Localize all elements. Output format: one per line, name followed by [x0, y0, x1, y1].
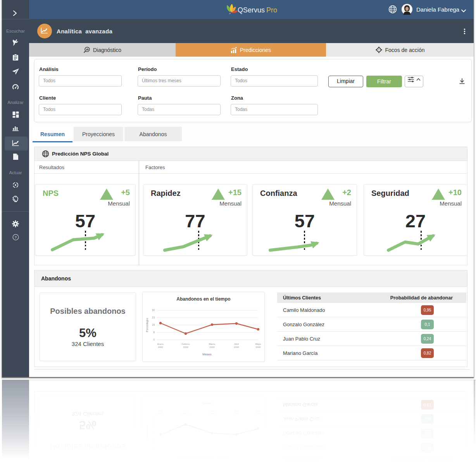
svg-text:Pro: Pro	[266, 6, 277, 14]
svg-text:2020: 2020	[158, 410, 163, 412]
svg-text:2020: 2020	[183, 346, 188, 348]
svg-text:2020: 2020	[255, 410, 261, 412]
svg-text:30: 30	[152, 309, 155, 311]
svg-text:Marzo: Marzo	[209, 343, 216, 345]
svg-text:0: 0	[153, 417, 155, 420]
svg-text:23: 23	[152, 439, 155, 442]
svg-text:Mayo: Mayo	[255, 413, 261, 415]
svg-text:2020: 2020	[183, 410, 188, 412]
svg-text:8: 8	[153, 424, 155, 427]
svg-text:QServus: QServus	[238, 6, 265, 14]
svg-text:Abril: Abril	[234, 343, 239, 345]
svg-text:Mayo: Mayo	[255, 343, 261, 345]
svg-text:Marzo: Marzo	[209, 413, 216, 415]
svg-text:15: 15	[152, 432, 155, 434]
svg-text:Febrero: Febrero	[181, 413, 190, 415]
svg-text:Meses: Meses	[202, 402, 212, 405]
svg-text:Abril: Abril	[234, 413, 239, 415]
svg-text:23: 23	[152, 316, 155, 319]
svg-text:2020: 2020	[234, 410, 239, 412]
svg-text:2020: 2020	[234, 346, 239, 348]
svg-text:8: 8	[153, 331, 155, 334]
svg-text:Enero: Enero	[157, 413, 164, 415]
svg-text:30: 30	[152, 446, 155, 449]
svg-text:2020: 2020	[158, 346, 163, 348]
svg-text:2020: 2020	[209, 346, 215, 348]
svg-text:Febrero: Febrero	[181, 343, 190, 345]
svg-text:Meses: Meses	[202, 353, 212, 356]
svg-text:2020: 2020	[255, 346, 261, 348]
svg-text:2020: 2020	[209, 410, 215, 412]
svg-text:0: 0	[153, 338, 155, 341]
svg-text:Porcentajes: Porcentajes	[146, 318, 149, 332]
svg-text:?: ?	[14, 235, 17, 239]
svg-text:Abandonos en el tiempo: Abandonos en el tiempo	[176, 456, 230, 462]
svg-text:Abandonos en el tiempo: Abandonos en el tiempo	[176, 296, 230, 302]
svg-text:15: 15	[152, 323, 155, 326]
svg-text:Porcentajes: Porcentajes	[146, 426, 149, 440]
svg-text:Enero: Enero	[157, 343, 164, 345]
